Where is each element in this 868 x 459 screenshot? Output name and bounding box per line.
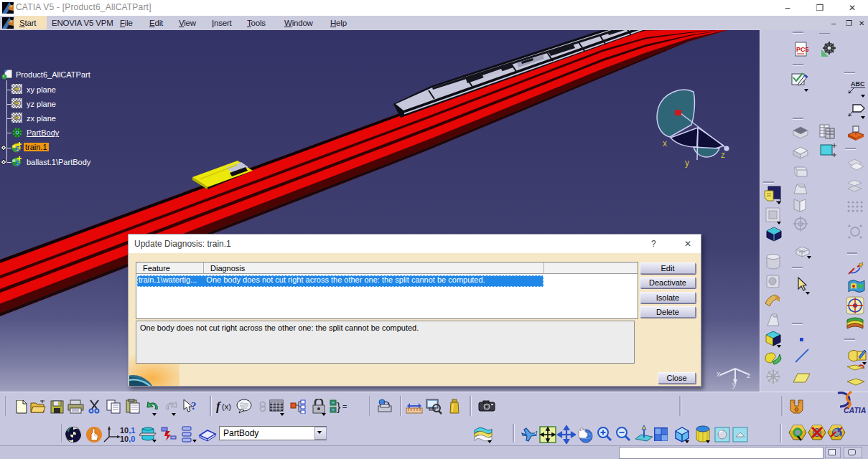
- svg-text:z: z: [721, 150, 725, 160]
- svg-text:z: z: [747, 371, 751, 379]
- svg-text:5: 5: [16, 146, 20, 153]
- svg-text:10,0: 10,0: [120, 435, 135, 443]
- svg-text:PC5: PC5: [796, 46, 809, 53]
- svg-text:(x): (x): [222, 402, 231, 411]
- svg-text:10,1: 10,1: [120, 426, 135, 435]
- svg-text:=: =: [342, 402, 347, 411]
- svg-text:y: y: [685, 158, 689, 168]
- svg-text:f: f: [216, 399, 222, 413]
- svg-text:ABC: ABC: [851, 80, 865, 87]
- svg-text:?: ?: [191, 400, 197, 412]
- svg-text:CATIA: CATIA: [844, 406, 866, 414]
- svg-text:y: y: [732, 380, 737, 389]
- svg-text:5: 5: [16, 160, 20, 168]
- svg-text:}: }: [337, 401, 341, 413]
- svg-text:x: x: [717, 369, 721, 378]
- svg-text:x: x: [663, 138, 667, 148]
